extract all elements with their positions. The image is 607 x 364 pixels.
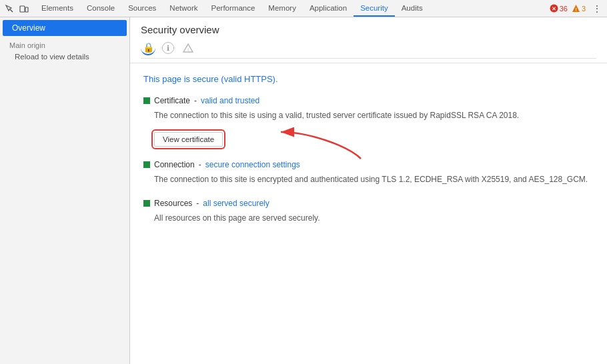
sidebar: Overview Main origin Reload to view deta…: [0, 17, 130, 364]
svg-text:!: !: [187, 47, 189, 53]
svg-text:!: !: [575, 7, 577, 13]
sidebar-reload-item[interactable]: Reload to view details: [0, 51, 129, 63]
tab-security[interactable]: Security: [354, 0, 395, 17]
green-square-res: [143, 200, 150, 207]
certificate-body: The connection to this site is using a v…: [143, 109, 594, 147]
res-status-link[interactable]: all served securely: [203, 199, 269, 208]
connection-title: Connection - secure connection settings: [143, 160, 594, 169]
connection-section: Connection - secure connection settings …: [143, 160, 594, 185]
resources-section: Resources - all served securely All reso…: [143, 199, 594, 224]
inspect-icon[interactable]: [3, 2, 16, 15]
certificate-title: Certificate - valid and trusted: [143, 96, 594, 105]
tab-audits[interactable]: Audits: [395, 0, 430, 17]
tab-memory[interactable]: Memory: [261, 0, 303, 17]
warning-icon[interactable]: !: [181, 41, 195, 55]
sidebar-item-overview[interactable]: Overview: [3, 20, 127, 36]
svg-rect-1: [20, 6, 25, 12]
svg-text:✕: ✕: [552, 6, 556, 12]
resources-title: Resources - all served securely: [143, 199, 594, 208]
tab-application[interactable]: Application: [303, 0, 354, 17]
security-tabs: 🔒 ℹ !: [141, 41, 596, 55]
tab-network[interactable]: Network: [163, 0, 204, 17]
security-header: Security overview 🔒 ℹ !: [130, 17, 607, 63]
content-area: Security overview 🔒 ℹ ! This page is sec…: [130, 17, 607, 364]
green-square-conn: [143, 161, 150, 168]
certificate-section: Certificate - valid and trusted The conn…: [143, 96, 594, 147]
info-icon[interactable]: ℹ: [162, 42, 174, 54]
conn-status-link[interactable]: secure connection settings: [205, 160, 300, 169]
security-content: This page is secure (valid HTTPS). Certi…: [130, 63, 607, 248]
svg-line-0: [10, 9, 13, 12]
page-title: Security overview: [141, 24, 596, 35]
green-square-cert: [143, 97, 150, 104]
main-layout: Overview Main origin Reload to view deta…: [0, 17, 607, 364]
device-icon[interactable]: [17, 2, 31, 15]
resources-body: All resources on this page are served se…: [143, 212, 594, 224]
more-options-button[interactable]: ⋮: [590, 3, 604, 14]
tab-divider: [141, 58, 596, 59]
svg-rect-2: [25, 7, 28, 12]
tab-sources[interactable]: Sources: [121, 0, 163, 17]
secure-banner: This page is secure (valid HTTPS).: [143, 74, 594, 84]
lock-icon[interactable]: 🔒: [141, 41, 155, 55]
tab-console[interactable]: Console: [80, 0, 121, 17]
error-badge[interactable]: ✕ 36: [550, 4, 568, 13]
cert-status-link[interactable]: valid and trusted: [201, 96, 259, 105]
warning-badge[interactable]: ! 3: [572, 4, 586, 13]
view-certificate-button[interactable]: View certificate: [154, 132, 223, 147]
devtools-toolbar: Elements Console Sources Network Perform…: [0, 0, 607, 17]
tab-list: Elements Console Sources Network Perform…: [35, 0, 430, 17]
tab-elements[interactable]: Elements: [35, 0, 80, 17]
toolbar-right: ✕ 36 ! 3 ⋮: [550, 3, 604, 14]
tab-performance[interactable]: Performance: [205, 0, 262, 17]
sidebar-section-main-origin: Main origin: [0, 36, 129, 51]
connection-body: The connection to this site is encrypted…: [143, 173, 594, 185]
toolbar-icons: [3, 2, 31, 15]
